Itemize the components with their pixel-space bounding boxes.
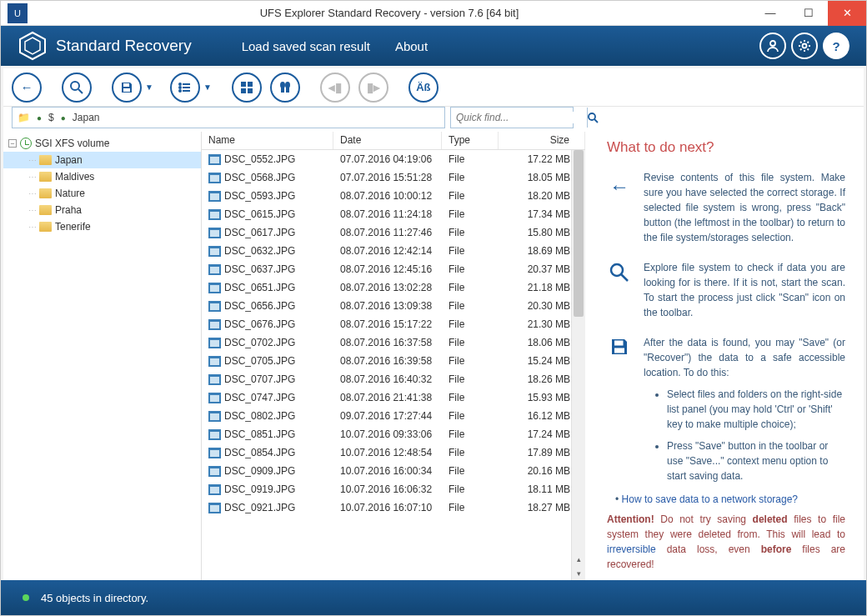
svg-rect-6 [123,83,129,87]
file-type: File [442,483,499,495]
settings-button[interactable] [791,33,818,59]
file-row[interactable]: DSC_0802.JPG09.07.2016 17:27:44File16.12… [202,407,585,425]
image-icon [208,264,221,275]
col-size[interactable]: Size [499,132,585,149]
image-icon [208,209,221,220]
file-row[interactable]: DSC_0747.JPG08.07.2016 21:41:38File15.93… [202,388,585,407]
close-button[interactable]: ✕ [828,1,866,26]
help-text-2: Explore file system to check if data you… [644,260,845,320]
image-icon [208,246,221,257]
image-icon [208,154,221,165]
image-icon [208,338,221,348]
file-row[interactable]: DSC_0676.JPG08.07.2016 15:17:22File21.30… [202,315,585,333]
file-type: File [442,245,499,257]
file-row[interactable]: DSC_0615.JPG08.07.2016 11:24:18File17.34… [202,205,585,223]
file-name: DSC_0656.JPG [224,300,295,312]
save-dropdown-icon[interactable]: ▼ [145,83,153,92]
file-row[interactable]: DSC_0632.JPG08.07.2016 12:42:14File18.69… [202,242,585,260]
file-date: 08.07.2016 12:45:16 [333,263,442,275]
scroll-down-icon[interactable]: ▾ [572,566,585,580]
svg-rect-16 [241,88,246,93]
file-type: File [442,337,499,348]
file-row[interactable]: DSC_0909.JPG10.07.2016 16:00:34File20.16… [202,462,585,480]
file-date: 08.07.2016 16:39:58 [333,355,442,367]
file-row[interactable]: DSC_0617.JPG08.07.2016 11:27:46File15.80… [202,223,585,242]
file-row[interactable]: DSC_0702.JPG08.07.2016 16:37:58File18.06… [202,333,585,352]
view-dropdown-icon[interactable]: ▼ [203,83,212,92]
file-date: 10.07.2016 16:07:10 [333,502,442,513]
user-button[interactable] [759,33,786,59]
image-icon [208,191,221,202]
file-row[interactable]: DSC_0651.JPG08.07.2016 13:02:28File21.18… [202,278,585,297]
image-icon [208,173,221,183]
file-name: DSC_0632.JPG [224,245,295,257]
maximize-button[interactable]: ☐ [789,1,828,26]
file-name: DSC_0702.JPG [224,337,295,348]
file-row[interactable]: DSC_0637.JPG08.07.2016 12:45:16File20.37… [202,260,585,278]
back-button[interactable]: ← [12,73,42,103]
search-box [450,107,574,128]
file-date: 10.07.2016 12:48:54 [333,447,442,458]
menu-load-scan[interactable]: Load saved scan result [242,39,370,53]
file-type: File [442,172,499,183]
find-button[interactable] [270,73,300,103]
file-row[interactable]: DSC_0921.JPG10.07.2016 16:07:10File18.27… [202,498,585,517]
svg-point-19 [285,82,290,88]
file-row[interactable]: DSC_0593.JPG08.07.2016 10:00:12File18.20… [202,187,585,205]
scroll-thumb[interactable] [574,150,584,317]
svg-rect-26 [614,340,624,345]
file-name: DSC_0637.JPG [224,263,295,275]
folder-tree: − SGI XFS volume ⋯Japan⋯Maldives⋯Nature⋯… [3,132,202,580]
menu-about[interactable]: About [395,39,428,53]
file-type: File [442,300,499,312]
file-row[interactable]: DSC_0656.JPG08.07.2016 13:09:38File20.30… [202,297,585,315]
help-link[interactable]: How to save data to a network storage? [622,493,798,505]
col-type[interactable]: Type [442,132,499,149]
tree-folder[interactable]: ⋯Japan [3,152,201,168]
next-button[interactable]: ▮▸ [358,73,388,103]
scroll-up-icon[interactable]: ▴ [572,552,585,566]
search-go-button[interactable] [587,108,599,128]
tree-folder[interactable]: ⋯Nature [3,185,201,202]
list-view-button[interactable] [170,73,200,103]
tree-folder[interactable]: ⋯Tenerife [3,218,201,235]
collapse-icon[interactable]: − [8,139,17,148]
image-icon [208,448,221,458]
file-type: File [442,318,499,330]
file-row[interactable]: DSC_0919.JPG10.07.2016 16:06:32File18.11… [202,480,585,498]
file-date: 07.07.2016 15:51:28 [333,172,442,183]
path-bar[interactable]: 📁 ● $ ● Japan [12,107,445,128]
file-row[interactable]: DSC_0705.JPG08.07.2016 16:39:58File15.24… [202,352,585,370]
svg-rect-27 [614,348,624,353]
svg-point-22 [589,113,595,120]
tree-folder[interactable]: ⋯Maldives [3,168,201,185]
save-button[interactable] [112,73,142,103]
scrollbar[interactable]: ▴ ▾ [571,150,585,580]
file-row[interactable]: DSC_0854.JPG10.07.2016 12:48:54File17.89… [202,443,585,462]
minimize-button[interactable]: — [751,1,789,26]
file-name: DSC_0851.JPG [224,428,295,440]
grid-view-button[interactable] [232,73,262,103]
help-button[interactable]: ? [823,33,849,59]
col-name[interactable]: Name [202,132,333,149]
attention-text: Attention! Do not try saving deleted fil… [607,512,845,572]
file-row[interactable]: DSC_0568.JPG07.07.2016 15:51:28File18.05… [202,168,585,187]
tree-root[interactable]: − SGI XFS volume [3,135,201,152]
tree-folder[interactable]: ⋯Praha [3,202,201,218]
magnify-icon [607,260,632,320]
file-row[interactable]: DSC_0707.JPG08.07.2016 16:40:32File18.26… [202,370,585,388]
svg-line-5 [78,89,83,93]
col-date[interactable]: Date [333,132,442,149]
encoding-button[interactable]: Äß [408,73,439,103]
folder-icon [39,205,52,215]
file-row[interactable]: DSC_0851.JPG10.07.2016 09:33:06File17.24… [202,425,585,443]
search-input[interactable] [451,112,587,123]
svg-point-12 [179,87,181,88]
prev-button[interactable]: ◂▮ [320,73,350,103]
file-date: 10.07.2016 16:06:32 [333,483,442,495]
file-date: 10.07.2016 09:33:06 [333,428,442,440]
file-row[interactable]: DSC_0552.JPG07.07.2016 04:19:06File17.22… [202,150,585,168]
file-date: 07.07.2016 04:19:06 [333,153,442,165]
scan-button[interactable] [62,73,92,103]
image-icon [208,301,221,312]
